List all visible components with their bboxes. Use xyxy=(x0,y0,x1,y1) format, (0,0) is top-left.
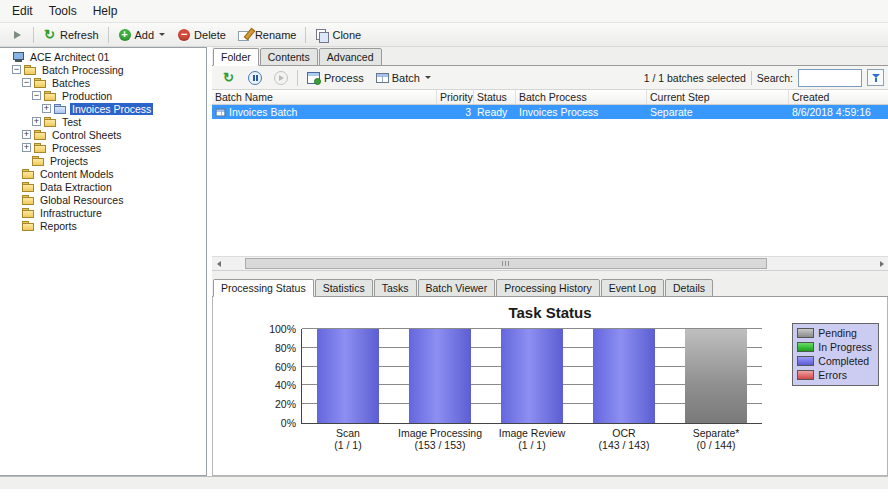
expand-icon[interactable]: + xyxy=(22,130,31,139)
tab-advanced[interactable]: Advanced xyxy=(319,48,382,66)
tree-item-test[interactable]: +Test xyxy=(0,115,206,128)
tree-item-control-sheets[interactable]: +Control Sheets xyxy=(0,128,206,141)
x-label-image-review: Image Review(1 / 1) xyxy=(486,427,578,451)
table-row[interactable]: Invoices Batch3ReadyInvoices ProcessSepa… xyxy=(212,105,888,119)
bar-slot-image-processing xyxy=(394,329,486,423)
tree-item-data-extraction[interactable]: Data Extraction xyxy=(0,180,206,193)
toolbar-separator xyxy=(751,71,752,85)
expander-spacer xyxy=(12,222,19,229)
tab-processing-history[interactable]: Processing History xyxy=(496,279,600,297)
cell-status: Ready xyxy=(474,105,516,119)
batch-toolbar-right: 1 / 1 batches selected Search: xyxy=(644,69,884,87)
scrollbar-thumb[interactable] xyxy=(245,258,767,269)
search-options-button[interactable] xyxy=(867,69,884,86)
tree-item-label: Invoices Process xyxy=(70,103,153,115)
legend-label: Errors xyxy=(818,369,847,381)
tree-item-ace-architect-01[interactable]: ACE Architect 01 xyxy=(0,50,206,63)
toolbar-separator xyxy=(297,70,298,86)
column-header-priority[interactable]: Priority xyxy=(437,90,474,104)
pause-circle-button[interactable] xyxy=(242,68,268,88)
toolbar-separator xyxy=(33,27,34,43)
tab-details[interactable]: Details xyxy=(665,279,713,297)
horizontal-scrollbar[interactable] xyxy=(212,256,888,270)
tree-item-label: Batches xyxy=(50,77,92,89)
chart-title: Task Status xyxy=(213,304,887,321)
legend-item-pending: Pending xyxy=(797,327,872,339)
scroll-right-button[interactable] xyxy=(875,257,888,270)
tree-item-batch-processing[interactable]: −Batch Processing xyxy=(0,63,206,76)
batch-button[interactable]: Batch xyxy=(370,69,437,87)
scroll-left-arrow-icon xyxy=(217,261,221,267)
batch-toolbar: ProcessBatch 1 / 1 batches selected Sear… xyxy=(212,66,888,90)
tree-item-content-models[interactable]: Content Models xyxy=(0,167,206,180)
menu-item-tools[interactable]: Tools xyxy=(41,1,85,21)
tab-contents[interactable]: Contents xyxy=(260,48,318,66)
refresh-icon xyxy=(43,28,57,42)
rename-button[interactable]: Rename xyxy=(232,25,303,45)
toolbar-separator xyxy=(108,27,109,43)
process-button[interactable]: Process xyxy=(301,68,370,88)
column-header-batch-process[interactable]: Batch Process xyxy=(516,90,647,104)
menu-item-edit[interactable]: Edit xyxy=(4,1,41,21)
bar-slot-separate xyxy=(670,329,762,423)
legend-item-errors: Errors xyxy=(797,369,872,381)
tree-item-infrastructure[interactable]: Infrastructure xyxy=(0,206,206,219)
scroll-left-button[interactable] xyxy=(212,257,225,270)
tree-item-global-resources[interactable]: Global Resources xyxy=(0,193,206,206)
play-circle-button[interactable] xyxy=(268,68,294,88)
expand-icon[interactable]: + xyxy=(32,117,41,126)
column-header-batch-name[interactable]: Batch Name xyxy=(212,90,437,104)
app-window: EditToolsHelp RefreshAddDeleteRenameClon… xyxy=(0,0,888,500)
search-input[interactable] xyxy=(798,69,862,87)
tab-event-log[interactable]: Event Log xyxy=(601,279,664,297)
bar-image-review xyxy=(501,329,563,423)
tab-processing-status[interactable]: Processing Status xyxy=(213,279,314,297)
x-label-ocr: OCR(143 / 143) xyxy=(578,427,670,451)
tree: ACE Architect 01−Batch Processing−Batche… xyxy=(0,48,206,232)
delete-button[interactable]: Delete xyxy=(171,25,232,45)
clone-button[interactable]: Clone xyxy=(309,25,367,45)
menu-item-help[interactable]: Help xyxy=(85,1,126,21)
expander-spacer xyxy=(12,183,19,190)
tab-batch-viewer[interactable]: Batch Viewer xyxy=(418,279,496,297)
play-icon xyxy=(10,28,24,42)
add-button[interactable]: Add xyxy=(112,25,172,45)
tree-item-label: Processes xyxy=(50,142,103,154)
x-label-count: (1 / 1) xyxy=(302,439,394,451)
cell-current-step: Separate xyxy=(647,105,789,119)
tree-item-batches[interactable]: −Batches xyxy=(0,76,206,89)
expander-spacer xyxy=(12,196,19,203)
chart-legend: PendingIn ProgressCompletedErrors xyxy=(792,323,879,386)
collapse-icon[interactable]: − xyxy=(12,65,21,74)
tree-item-invoices-process[interactable]: +Invoices Process xyxy=(0,102,206,115)
expand-icon[interactable]: + xyxy=(42,104,51,113)
tree-item-projects[interactable]: Projects xyxy=(0,154,206,167)
tree-item-reports[interactable]: Reports xyxy=(0,219,206,232)
collapse-icon[interactable]: − xyxy=(22,78,31,87)
bar-slot-scan xyxy=(302,329,394,423)
refresh-green-button[interactable] xyxy=(216,68,242,88)
tab-folder[interactable]: Folder xyxy=(213,48,259,66)
legend-item-in-progress: In Progress xyxy=(797,341,872,353)
filter-icon xyxy=(869,71,883,85)
toolbar-separator xyxy=(305,27,306,43)
column-header-current-step[interactable]: Current Step xyxy=(647,90,789,104)
horizontal-splitter[interactable] xyxy=(212,271,888,278)
refresh-button[interactable]: Refresh xyxy=(37,25,105,45)
folder-icon xyxy=(22,180,35,193)
tab-statistics[interactable]: Statistics xyxy=(315,279,373,297)
expand-icon[interactable]: + xyxy=(22,143,31,152)
x-label-image-processing: Image Processing(153 / 153) xyxy=(394,427,486,451)
column-header-status[interactable]: Status xyxy=(474,90,516,104)
tab-tasks[interactable]: Tasks xyxy=(374,279,417,297)
cell-text: Invoices Batch xyxy=(229,105,297,119)
scrollbar-track[interactable] xyxy=(225,257,875,270)
tree-item-processes[interactable]: +Processes xyxy=(0,141,206,154)
legend-swatch-inprogress xyxy=(797,342,814,352)
folder-icon xyxy=(22,206,35,219)
play-button[interactable] xyxy=(4,25,30,45)
tree-item-label: Test xyxy=(60,116,83,128)
column-header-created[interactable]: Created xyxy=(789,90,888,104)
tree-item-production[interactable]: −Production xyxy=(0,89,206,102)
collapse-icon[interactable]: − xyxy=(32,91,41,100)
